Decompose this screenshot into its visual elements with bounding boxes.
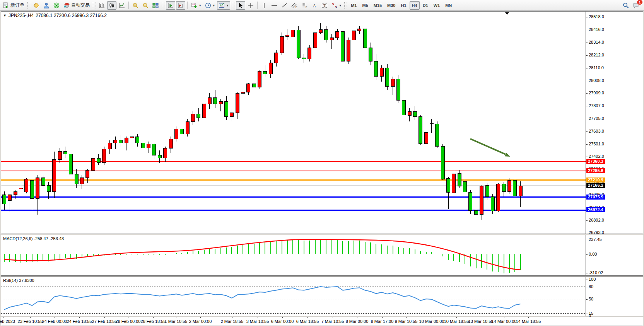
candle: [47, 182, 50, 199]
macd-axis-tick: 0.00: [586, 252, 597, 256]
toolbar-grip: [162, 2, 164, 9]
candle: [380, 65, 383, 82]
new-order-button[interactable]: 新订单: [1, 1, 26, 10]
bar-chart-button[interactable]: [97, 1, 106, 10]
timeframe-D1-button[interactable]: D1: [420, 1, 430, 10]
time-axis-tickmark: [282, 317, 283, 318]
candle: [341, 28, 345, 65]
candle: [25, 178, 28, 194]
search-button[interactable]: [621, 1, 630, 10]
zoom-out-button[interactable]: [141, 1, 150, 10]
candle: [275, 50, 278, 67]
zoom-in-button[interactable]: [131, 1, 140, 10]
text-label-button[interactable]: T: [320, 1, 329, 10]
time-axis-tickmark: [504, 317, 504, 318]
timeframe-M15-button[interactable]: M15: [371, 1, 384, 10]
level-line[interactable]: [1, 161, 586, 162]
time-axis-label: 28 Feb 00:00: [116, 319, 141, 324]
macd-axis-tick: 237.45: [586, 237, 602, 242]
text-icon: A: [311, 2, 318, 9]
line-chart-button[interactable]: [117, 1, 126, 10]
svg-text:T: T: [323, 3, 326, 8]
y-axis-tick: 27501.0: [586, 142, 604, 146]
timeframe-M1-button[interactable]: M1: [348, 1, 359, 10]
auto-trading-button[interactable]: 自动交易: [62, 1, 91, 10]
candle: [347, 38, 350, 64]
candle: [513, 178, 517, 198]
tile-windows-button[interactable]: [151, 1, 160, 10]
timeframe-H1-button[interactable]: H1: [399, 1, 409, 10]
rsi-canvas[interactable]: RSI(14) 37.8300: [1, 277, 586, 316]
candle: [63, 147, 67, 158]
time-axis-label: 23 Feb 10:55: [18, 319, 43, 324]
chart-shift-button[interactable]: [176, 1, 185, 10]
fibonacci-button[interactable]: F: [300, 1, 309, 10]
toolbar-separator: [257, 2, 258, 9]
candle: [358, 26, 361, 34]
y-axis-tick: 28212.0: [586, 53, 604, 57]
dropdown-caret-icon: ▾: [227, 3, 229, 7]
templates-button[interactable]: ▾: [217, 1, 230, 10]
vertical-line-icon: [261, 2, 267, 9]
auto-scroll-button[interactable]: [166, 1, 175, 10]
candle: [374, 54, 378, 80]
candlestick-chart-button[interactable]: [107, 1, 116, 10]
timeframe-W1-button[interactable]: W1: [431, 1, 442, 10]
candle: [236, 92, 239, 119]
indicators-button[interactable]: ▾: [190, 1, 203, 10]
cursor-button[interactable]: [236, 1, 245, 10]
candle: [308, 45, 311, 61]
equidistant-channel-button[interactable]: E: [290, 1, 299, 10]
chart-shift-marker[interactable]: [505, 12, 509, 15]
arrow-annotation[interactable]: [470, 139, 510, 157]
notifications-button[interactable]: 1: [631, 1, 641, 10]
text-tool-button[interactable]: A: [310, 1, 319, 10]
rsi-panel: RSI(14) 37.8300 1008050150: [1, 277, 643, 316]
time-axis-tickmark: [258, 317, 258, 318]
symbol-dropdown-caret[interactable]: ▼: [3, 14, 7, 17]
timeframe-H4-button[interactable]: H4: [410, 1, 420, 10]
timeframe-M30-button[interactable]: M30: [385, 1, 398, 10]
y-axis-tick: 28416.0: [586, 27, 604, 32]
zoom-out-icon: [142, 2, 149, 9]
time-axis-label: 1 Mar 10:55: [165, 319, 188, 324]
arrows-tool-button[interactable]: ▾: [330, 1, 343, 10]
time-axis-label: 6 Mar 18:55: [296, 319, 319, 324]
time-axis-tickmark: [55, 317, 55, 318]
line-chart-icon: [119, 2, 125, 9]
trendline-button[interactable]: [280, 1, 289, 10]
market-watch-button[interactable]: [32, 1, 41, 10]
vertical-line-button[interactable]: [260, 1, 269, 10]
profile-button[interactable]: [42, 1, 51, 10]
candle: [507, 178, 511, 194]
timeframe-M5-button[interactable]: M5: [360, 1, 370, 10]
candle: [413, 106, 417, 120]
auto-scroll-icon: [167, 2, 174, 9]
time-axis-label: 22 Feb 2023: [0, 319, 15, 324]
candle: [247, 83, 250, 95]
macd-axis-tick: -310.02: [586, 270, 603, 275]
signals-button[interactable]: [52, 1, 61, 10]
time-axis-tickmark: [104, 317, 105, 318]
crosshair-button[interactable]: [246, 1, 255, 10]
dropdown-caret-icon: ▾: [199, 3, 201, 7]
candle: [469, 190, 472, 214]
y-axis-tick: 27603.0: [586, 129, 604, 133]
chart-shift-icon: [178, 2, 184, 9]
macd-canvas[interactable]: MACD(12,26,9) -258.47 -253.43: [1, 235, 586, 275]
candle: [485, 183, 489, 200]
time-axis-tickmark: [3, 317, 3, 318]
candle: [174, 126, 178, 142]
periods-button[interactable]: ▾: [203, 1, 217, 10]
time-axis-tickmark: [307, 317, 308, 318]
horizontal-line-button[interactable]: [270, 1, 279, 10]
timeframe-MN-button[interactable]: MN: [443, 1, 454, 10]
rsi-axis: 1008050150: [586, 277, 643, 316]
candle: [3, 191, 6, 210]
time-axis-tickmark: [456, 317, 457, 318]
level-line[interactable]: [1, 179, 586, 181]
time-axis-tickmark: [79, 317, 80, 318]
candle: [319, 23, 322, 34]
candle: [263, 65, 267, 77]
price-chart-canvas[interactable]: ▼ JPN225-,H4 27086.1 27200.6 26996.3 271…: [1, 12, 586, 234]
